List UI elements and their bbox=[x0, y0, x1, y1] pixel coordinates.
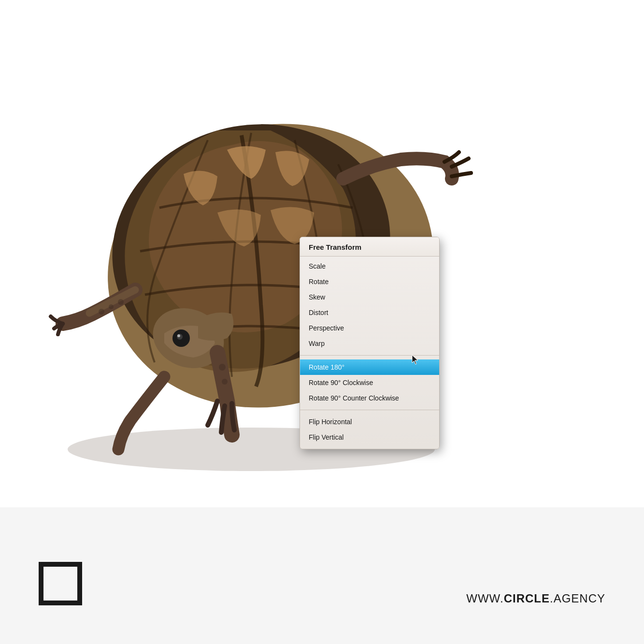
menu-item-warp[interactable]: Warp bbox=[300, 336, 439, 351]
menu-item-flip-vertical[interactable]: Flip Vertical bbox=[300, 429, 439, 445]
website-prefix: WWW. bbox=[466, 592, 503, 605]
transform-options-group: Scale Rotate Skew Distort Perspective Wa… bbox=[300, 257, 439, 353]
svg-point-7 bbox=[99, 309, 104, 315]
website-brand: CIRCLE bbox=[504, 592, 550, 605]
svg-point-6 bbox=[177, 334, 180, 337]
context-menu: Free Transform Scale Rotate Skew Distort… bbox=[300, 237, 440, 449]
website-suffix: .AGENCY bbox=[550, 592, 605, 605]
menu-item-rotate[interactable]: Rotate bbox=[300, 274, 439, 289]
separator-2 bbox=[300, 410, 439, 410]
menu-item-perspective[interactable]: Perspective bbox=[300, 320, 439, 336]
svg-point-9 bbox=[118, 299, 124, 305]
menu-item-rotate-90-ccw[interactable]: Rotate 90° Counter Clockwise bbox=[300, 390, 439, 406]
menu-item-rotate-180[interactable]: Rotate 180° bbox=[300, 359, 439, 375]
svg-point-8 bbox=[109, 304, 114, 309]
bottom-area: WWW.CIRCLE.AGENCY bbox=[0, 507, 644, 644]
svg-point-11 bbox=[222, 379, 228, 385]
brand-logo bbox=[39, 562, 82, 605]
canvas-background: Free Transform Scale Rotate Skew Distort… bbox=[0, 0, 644, 644]
rotate-options-group: Rotate 180° Rotate 90° Clockwise Rotate … bbox=[300, 358, 439, 408]
menu-item-flip-horizontal[interactable]: Flip Horizontal bbox=[300, 414, 439, 429]
menu-item-rotate-90-cw[interactable]: Rotate 90° Clockwise bbox=[300, 375, 439, 390]
website-url: WWW.CIRCLE.AGENCY bbox=[466, 592, 605, 605]
flip-options-group: Flip Horizontal Flip Vertical bbox=[300, 412, 439, 449]
menu-title: Free Transform bbox=[300, 237, 439, 257]
svg-point-10 bbox=[219, 364, 226, 371]
menu-item-distort[interactable]: Distort bbox=[300, 305, 439, 320]
menu-item-scale[interactable]: Scale bbox=[300, 258, 439, 274]
separator-1 bbox=[300, 355, 439, 356]
menu-item-skew[interactable]: Skew bbox=[300, 289, 439, 305]
